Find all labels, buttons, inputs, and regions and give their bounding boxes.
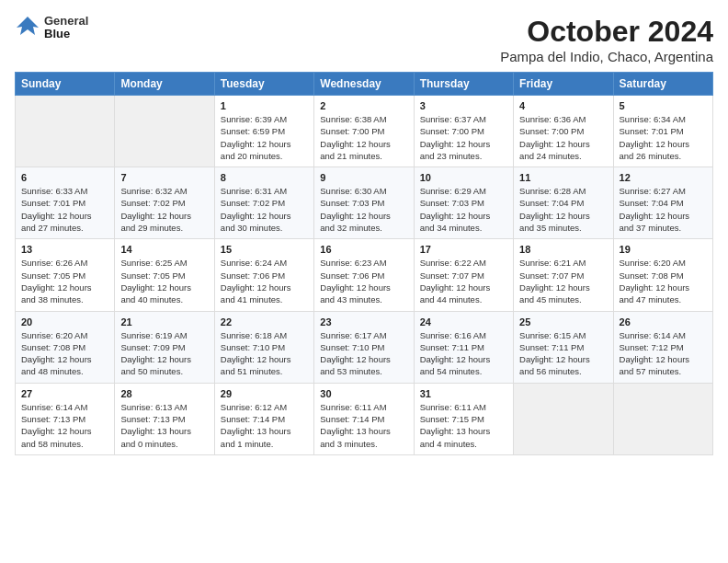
day-number: 18 [519, 244, 607, 255]
calendar-header-row: SundayMondayTuesdayWednesdayThursdayFrid… [16, 73, 713, 96]
logo-text: General Blue [44, 15, 88, 41]
day-info: Sunrise: 6:20 AM Sunset: 7:08 PM Dayligh… [21, 329, 108, 378]
calendar-cell: 26Sunrise: 6:14 AM Sunset: 7:12 PM Dayli… [613, 311, 712, 383]
col-header-saturday: Saturday [613, 73, 712, 96]
day-info: Sunrise: 6:22 AM Sunset: 7:07 PM Dayligh… [420, 257, 507, 305]
col-header-friday: Friday [514, 73, 613, 96]
day-info: Sunrise: 6:12 AM Sunset: 7:14 PM Dayligh… [221, 401, 308, 450]
day-number: 20 [21, 316, 108, 327]
day-number: 2 [320, 100, 407, 111]
day-number: 24 [420, 316, 507, 327]
calendar-subtitle: Pampa del Indio, Chaco, Argentina [500, 49, 713, 64]
day-number: 6 [21, 172, 108, 183]
page-header: General Blue October 2024 Pampa del Indi… [15, 15, 713, 64]
day-number: 21 [120, 316, 208, 327]
day-number: 4 [519, 100, 607, 111]
col-header-wednesday: Wednesday [314, 73, 414, 96]
day-number: 15 [221, 244, 308, 255]
calendar-cell: 20Sunrise: 6:20 AM Sunset: 7:08 PM Dayli… [16, 311, 115, 383]
day-info: Sunrise: 6:30 AM Sunset: 7:03 PM Dayligh… [320, 185, 407, 234]
day-info: Sunrise: 6:13 AM Sunset: 7:13 PM Dayligh… [120, 401, 208, 450]
calendar-cell: 13Sunrise: 6:26 AM Sunset: 7:05 PM Dayli… [16, 239, 115, 311]
day-info: Sunrise: 6:20 AM Sunset: 7:08 PM Dayligh… [620, 257, 707, 305]
day-number: 29 [221, 388, 308, 399]
day-number: 12 [620, 172, 707, 183]
week-row-1: 1Sunrise: 6:39 AM Sunset: 6:59 PM Daylig… [16, 96, 713, 167]
calendar-cell: 1Sunrise: 6:39 AM Sunset: 6:59 PM Daylig… [214, 96, 313, 167]
day-info: Sunrise: 6:23 AM Sunset: 7:06 PM Dayligh… [320, 257, 407, 305]
col-header-tuesday: Tuesday [214, 73, 313, 96]
day-number: 30 [320, 388, 407, 399]
day-number: 13 [21, 244, 108, 255]
calendar-cell: 8Sunrise: 6:31 AM Sunset: 7:02 PM Daylig… [214, 167, 313, 239]
day-number: 7 [120, 172, 208, 183]
calendar-cell: 22Sunrise: 6:18 AM Sunset: 7:10 PM Dayli… [214, 311, 313, 383]
calendar-cell: 18Sunrise: 6:21 AM Sunset: 7:07 PM Dayli… [514, 239, 613, 311]
calendar-cell: 23Sunrise: 6:17 AM Sunset: 7:10 PM Dayli… [314, 311, 414, 383]
logo-line2: Blue [44, 28, 88, 40]
calendar-cell: 28Sunrise: 6:13 AM Sunset: 7:13 PM Dayli… [115, 383, 214, 454]
day-info: Sunrise: 6:14 AM Sunset: 7:13 PM Dayligh… [21, 401, 108, 450]
day-info: Sunrise: 6:11 AM Sunset: 7:14 PM Dayligh… [320, 401, 407, 450]
day-number: 14 [120, 244, 208, 255]
logo-line1: General [44, 15, 88, 28]
day-number: 5 [620, 100, 707, 111]
day-info: Sunrise: 6:31 AM Sunset: 7:02 PM Dayligh… [221, 185, 308, 234]
col-header-thursday: Thursday [414, 73, 513, 96]
calendar-cell: 30Sunrise: 6:11 AM Sunset: 7:14 PM Dayli… [314, 383, 414, 454]
day-number: 17 [420, 244, 507, 255]
week-row-3: 13Sunrise: 6:26 AM Sunset: 7:05 PM Dayli… [16, 239, 713, 311]
calendar-cell: 12Sunrise: 6:27 AM Sunset: 7:04 PM Dayli… [613, 167, 712, 239]
day-info: Sunrise: 6:16 AM Sunset: 7:11 PM Dayligh… [420, 329, 507, 378]
day-number: 31 [420, 388, 507, 399]
day-number: 10 [420, 172, 507, 183]
col-header-monday: Monday [115, 73, 214, 96]
logo: General Blue [15, 15, 88, 41]
day-info: Sunrise: 6:15 AM Sunset: 7:11 PM Dayligh… [519, 329, 607, 378]
calendar-cell: 7Sunrise: 6:32 AM Sunset: 7:02 PM Daylig… [115, 167, 214, 239]
calendar-cell: 14Sunrise: 6:25 AM Sunset: 7:05 PM Dayli… [115, 239, 214, 311]
day-number: 11 [519, 172, 607, 183]
calendar-cell: 10Sunrise: 6:29 AM Sunset: 7:03 PM Dayli… [414, 167, 513, 239]
calendar-cell: 29Sunrise: 6:12 AM Sunset: 7:14 PM Dayli… [214, 383, 313, 454]
col-header-sunday: Sunday [16, 73, 115, 96]
svg-marker-0 [17, 17, 39, 35]
day-info: Sunrise: 6:39 AM Sunset: 6:59 PM Dayligh… [221, 113, 308, 162]
day-info: Sunrise: 6:37 AM Sunset: 7:00 PM Dayligh… [420, 113, 507, 162]
calendar-cell: 19Sunrise: 6:20 AM Sunset: 7:08 PM Dayli… [613, 239, 712, 311]
day-number: 28 [120, 388, 208, 399]
week-row-2: 6Sunrise: 6:33 AM Sunset: 7:01 PM Daylig… [16, 167, 713, 239]
day-number: 22 [221, 316, 308, 327]
day-number: 16 [320, 244, 407, 255]
day-number: 9 [320, 172, 407, 183]
day-info: Sunrise: 6:34 AM Sunset: 7:01 PM Dayligh… [620, 113, 707, 162]
day-info: Sunrise: 6:14 AM Sunset: 7:12 PM Dayligh… [620, 329, 707, 378]
calendar-cell: 16Sunrise: 6:23 AM Sunset: 7:06 PM Dayli… [314, 239, 414, 311]
day-number: 8 [221, 172, 308, 183]
week-row-5: 27Sunrise: 6:14 AM Sunset: 7:13 PM Dayli… [16, 383, 713, 454]
day-number: 26 [620, 316, 707, 327]
day-number: 23 [320, 316, 407, 327]
day-info: Sunrise: 6:36 AM Sunset: 7:00 PM Dayligh… [519, 113, 607, 162]
calendar-cell: 9Sunrise: 6:30 AM Sunset: 7:03 PM Daylig… [314, 167, 414, 239]
day-info: Sunrise: 6:38 AM Sunset: 7:00 PM Dayligh… [320, 113, 407, 162]
calendar-cell: 2Sunrise: 6:38 AM Sunset: 7:00 PM Daylig… [314, 96, 414, 167]
calendar-cell [514, 383, 613, 454]
day-info: Sunrise: 6:27 AM Sunset: 7:04 PM Dayligh… [620, 185, 707, 234]
calendar-cell: 11Sunrise: 6:28 AM Sunset: 7:04 PM Dayli… [514, 167, 613, 239]
calendar-cell: 6Sunrise: 6:33 AM Sunset: 7:01 PM Daylig… [16, 167, 115, 239]
day-number: 25 [519, 316, 607, 327]
day-info: Sunrise: 6:29 AM Sunset: 7:03 PM Dayligh… [420, 185, 507, 234]
day-info: Sunrise: 6:26 AM Sunset: 7:05 PM Dayligh… [21, 257, 108, 305]
logo-bird-icon [15, 15, 40, 40]
calendar-cell: 5Sunrise: 6:34 AM Sunset: 7:01 PM Daylig… [613, 96, 712, 167]
calendar-cell: 21Sunrise: 6:19 AM Sunset: 7:09 PM Dayli… [115, 311, 214, 383]
calendar-table: SundayMondayTuesdayWednesdayThursdayFrid… [15, 72, 713, 455]
calendar-cell: 27Sunrise: 6:14 AM Sunset: 7:13 PM Dayli… [16, 383, 115, 454]
calendar-cell: 3Sunrise: 6:37 AM Sunset: 7:00 PM Daylig… [414, 96, 513, 167]
calendar-cell: 17Sunrise: 6:22 AM Sunset: 7:07 PM Dayli… [414, 239, 513, 311]
day-number: 1 [221, 100, 308, 111]
day-number: 27 [21, 388, 108, 399]
calendar-title: October 2024 [500, 15, 713, 49]
day-number: 3 [420, 100, 507, 111]
